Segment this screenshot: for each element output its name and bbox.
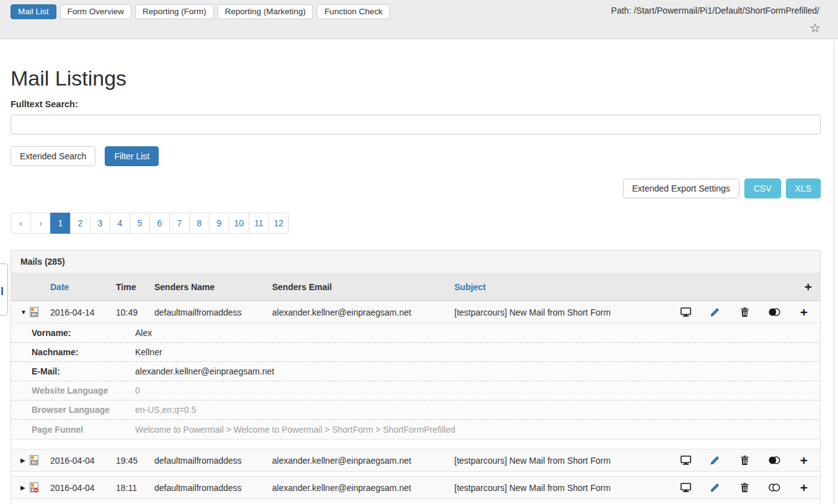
cell-subject: [testparcours] New Mail from Short Form	[454, 456, 677, 466]
detail-label: Nachname:	[11, 347, 135, 357]
filter-list-button[interactable]: Filter List	[105, 146, 159, 166]
detail-row: Nachname: Kellner	[11, 343, 820, 362]
detail-value: Welcome to Powermail > Welcome to Powerm…	[135, 425, 820, 435]
module-tab-form-overview[interactable]: Form Overview	[60, 4, 132, 19]
pagination-page-5[interactable]: 5	[130, 213, 150, 234]
delete-icon[interactable]	[737, 483, 753, 492]
module-tab-reporting-marketing-[interactable]: Reporting (Marketing)	[218, 4, 314, 19]
extended-search-button[interactable]: Extended Search	[11, 146, 95, 166]
export-csv-button[interactable]: CSV	[744, 179, 781, 198]
pagination-page-9[interactable]: 9	[209, 213, 229, 234]
pagination-next[interactable]: ›	[30, 213, 51, 234]
tree-collapse-handle-mark	[1, 287, 3, 295]
visibility-toggle-icon[interactable]	[766, 456, 782, 464]
cell-time: 19:45	[116, 456, 154, 466]
cell-sender-name: defaultmailfromaddess	[154, 307, 272, 317]
expand-caret-icon[interactable]: ▼	[11, 309, 30, 316]
pagination-page-7[interactable]: 7	[169, 213, 190, 234]
table-row: ▶ 2016-04-04 19:45 defaultmailfromaddess…	[11, 449, 820, 472]
mail-row-group: ▼ 2016-04-14 10:49 defaultmailfromaddess…	[11, 301, 820, 440]
module-tab-function-check[interactable]: Function Check	[317, 4, 390, 19]
detail-label: Vorname:	[11, 328, 135, 338]
add-icon[interactable]: +	[796, 455, 812, 466]
pagination-page-6[interactable]: 6	[149, 213, 170, 234]
fulltext-search-label: Fulltext Search:	[11, 99, 821, 109]
cell-sender-email: alexander.kellner@einpraegsam.net	[272, 456, 454, 466]
mail-row-group: ▶ 2016-04-04 18:11 defaultmailfromaddess…	[11, 476, 820, 499]
detail-label: E-Mail:	[11, 366, 135, 376]
pagination-page-11[interactable]: 11	[249, 213, 269, 234]
table-header-row: Date Time Senders Name Senders Email Sub…	[11, 273, 820, 301]
cell-sender-name: defaultmailfromaddess	[154, 456, 272, 466]
cell-time: 10:49	[116, 307, 154, 317]
pagination-page-4[interactable]: 4	[110, 213, 130, 234]
expand-caret-icon[interactable]: ▶	[11, 484, 30, 491]
pagination-page-12[interactable]: 12	[268, 213, 289, 234]
column-header-subject[interactable]: Subject	[454, 282, 677, 292]
mails-panel: Mails (285) Date Time Senders Name Sende…	[11, 250, 821, 504]
cell-date: 2016-04-04	[50, 483, 116, 493]
pagination-page-8[interactable]: 8	[189, 213, 210, 234]
edit-icon[interactable]	[707, 456, 723, 465]
cell-subject: [testparcours] New Mail from Short Form	[454, 483, 677, 493]
detail-row: Vorname: Alex	[11, 324, 820, 343]
column-header-time: Time	[116, 282, 154, 292]
module-body: Mail Listings Fulltext Search: Extended …	[0, 66, 838, 504]
cell-sender-email: alexander.kellner@einpraegsam.net	[272, 483, 454, 493]
mail-record-icon	[30, 482, 50, 493]
mail-record-icon	[30, 307, 50, 317]
detail-value: Alex	[135, 328, 820, 338]
add-icon[interactable]: +	[796, 482, 812, 493]
pagination-page-10[interactable]: 10	[229, 213, 249, 234]
doc-header-bar: Mail ListForm OverviewReporting (Form)Re…	[0, 0, 838, 39]
table-row: ▼ 2016-04-14 10:49 defaultmailfromaddess…	[11, 301, 820, 324]
preview-icon[interactable]	[677, 456, 694, 465]
pagination: ‹›123456789101112	[11, 213, 289, 234]
page-path: Path: /Start/Powermail/Pi1/Default/Short…	[611, 6, 819, 15]
preview-icon[interactable]	[677, 483, 694, 492]
tree-collapse-handle[interactable]	[0, 263, 8, 316]
detail-value: en-US,en;q=0.5	[135, 405, 820, 415]
export-xls-button[interactable]: XLS	[786, 179, 821, 198]
pagination-page-2[interactable]: 2	[70, 213, 90, 234]
mail-row-group: ▶ 2016-04-04 19:45 defaultmailfromaddess…	[11, 449, 820, 472]
column-header-date[interactable]: Date	[50, 282, 116, 292]
detail-label: Page Funnel	[11, 425, 135, 435]
detail-value: alexander.kellner@einpraegsam.net	[135, 366, 820, 376]
mails-panel-title: Mails (285)	[11, 250, 820, 273]
extended-export-settings-button[interactable]: Extended Export Settings	[623, 179, 739, 198]
mail-details: Vorname: Alex Nachname: Kellner E-Mail: …	[11, 324, 820, 440]
table-row: ▶ 2016-04-04 18:11 defaultmailfromaddess…	[11, 476, 820, 499]
mail-record-icon	[30, 455, 50, 466]
visibility-toggle-icon[interactable]	[766, 484, 782, 492]
cell-date: 2016-04-14	[50, 307, 116, 317]
detail-row: Website Language 0	[11, 381, 820, 400]
cell-date: 2016-04-04	[50, 456, 116, 466]
pagination-page-3[interactable]: 3	[90, 213, 110, 234]
add-column-icon[interactable]: +	[805, 281, 812, 293]
detail-row: Browser Language en-US,en;q=0.5	[11, 400, 820, 420]
cell-subject: [testparcours] New Mail from Short Form	[454, 307, 677, 317]
detail-row: Page Funnel Welcome to Powermail > Welco…	[11, 420, 820, 439]
detail-label: Browser Language	[11, 405, 135, 415]
delete-icon[interactable]	[737, 456, 753, 465]
module-tab-reporting-form-[interactable]: Reporting (Form)	[135, 4, 214, 19]
cell-time: 18:11	[116, 483, 154, 493]
pagination-prev[interactable]: ‹	[11, 213, 31, 234]
module-tabs: Mail ListForm OverviewReporting (Form)Re…	[11, 4, 390, 19]
delete-icon[interactable]	[737, 307, 753, 317]
expand-caret-icon[interactable]: ▶	[11, 457, 30, 464]
column-header-senders-name: Senders Name	[154, 282, 272, 292]
visibility-toggle-icon[interactable]	[766, 308, 782, 316]
edit-icon[interactable]	[707, 307, 723, 317]
detail-value: 0	[135, 386, 820, 396]
edit-icon[interactable]	[707, 483, 723, 492]
module-tab-mail-list[interactable]: Mail List	[11, 4, 56, 19]
cell-sender-name: defaultmailfromaddess	[154, 483, 272, 493]
bookmark-star-icon[interactable]: ☆	[809, 21, 821, 35]
preview-icon[interactable]	[677, 307, 694, 317]
add-icon[interactable]: +	[796, 307, 812, 318]
fulltext-search-input[interactable]	[11, 115, 821, 135]
column-header-senders-email: Senders Email	[272, 282, 454, 292]
pagination-page-1[interactable]: 1	[50, 213, 71, 234]
